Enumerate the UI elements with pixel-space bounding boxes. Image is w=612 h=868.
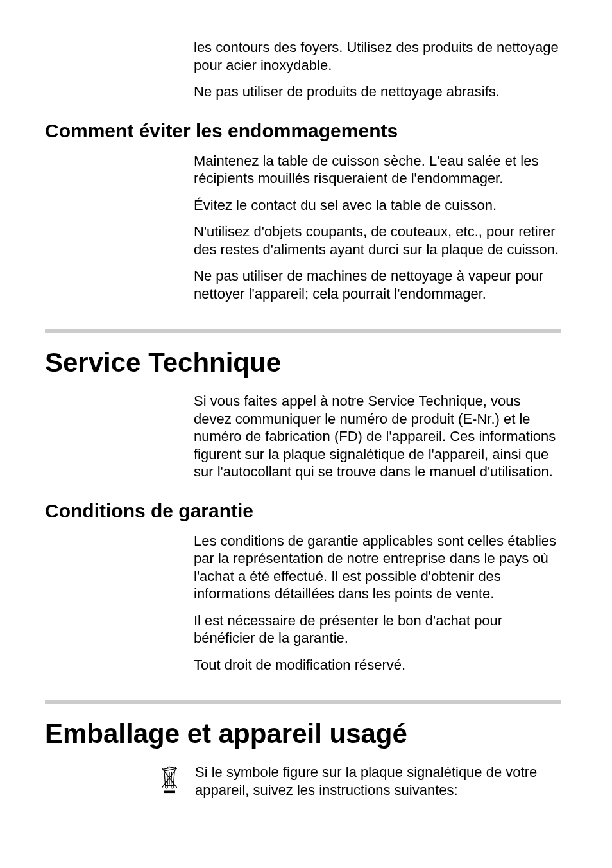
heading-emballage: Emballage et appareil usagé: [45, 718, 561, 749]
svg-line-2: [171, 772, 172, 785]
svg-line-0: [167, 772, 167, 785]
svg-point-4: [171, 786, 174, 788]
intro-paragraph-2: Ne pas utiliser de produits de nettoyage…: [194, 83, 561, 101]
garantie-p2: Il est nécessaire de présenter le bon d'…: [194, 612, 561, 647]
heading-garantie: Conditions de garantie: [45, 500, 561, 522]
weee-recycle-icon: [158, 763, 185, 796]
heading-endommagements: Comment éviter les endommagements: [45, 120, 561, 142]
service-p1: Si vous faites appel à notre Service Tec…: [194, 392, 561, 481]
section-divider: [45, 700, 561, 704]
svg-rect-7: [164, 791, 175, 794]
endommagements-p2: Évitez le contact du sel avec la table d…: [194, 196, 561, 214]
garantie-p1: Les conditions de garantie applicables s…: [194, 532, 561, 603]
emballage-p1: Si le symbole figure sur la plaque signa…: [195, 763, 561, 799]
heading-service-technique: Service Technique: [45, 347, 561, 378]
garantie-p3: Tout droit de modification réservé.: [194, 656, 561, 674]
endommagements-p4: Ne pas utiliser de machines de nettoyage…: [194, 267, 561, 302]
endommagements-p1: Maintenez la table de cuisson sèche. L'e…: [194, 152, 561, 187]
endommagements-p3: N'utilisez d'objets coupants, de couteau…: [194, 223, 561, 258]
svg-point-3: [166, 786, 168, 788]
section-divider: [45, 329, 561, 333]
intro-paragraph-1: les contours des foyers. Utilisez des pr…: [194, 39, 561, 74]
